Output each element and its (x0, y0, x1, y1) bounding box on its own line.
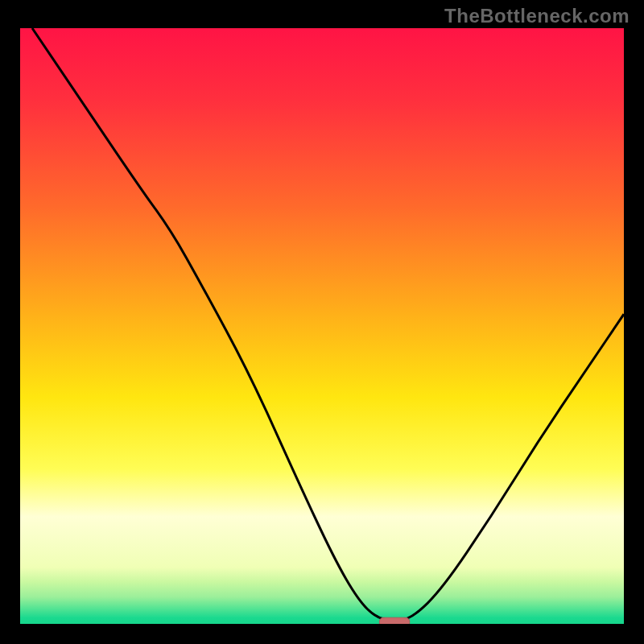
plot-area (20, 28, 624, 624)
bottleneck-chart (20, 28, 624, 624)
bottleneck-marker (379, 617, 410, 624)
watermark-text: TheBottleneck.com (444, 5, 630, 27)
chart-frame: TheBottleneck.com (0, 0, 644, 644)
